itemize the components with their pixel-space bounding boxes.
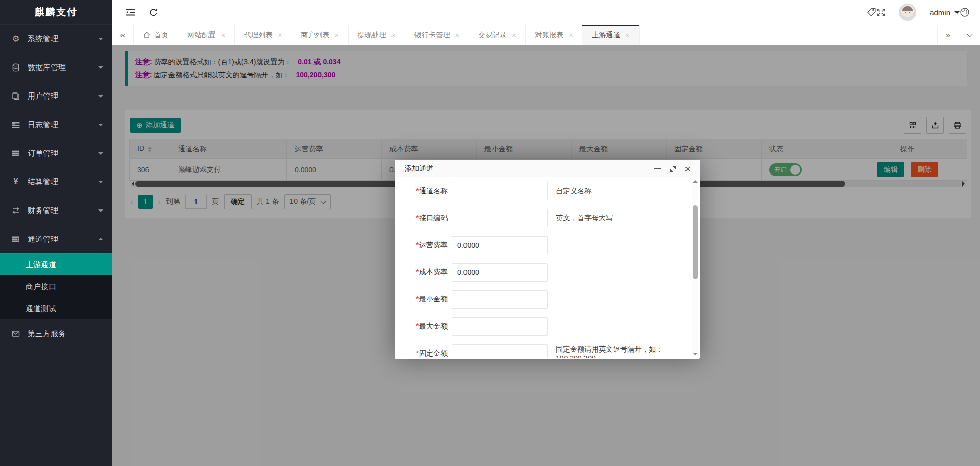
tabs-scroll-right-icon[interactable]: »: [937, 25, 959, 45]
tab-transactions[interactable]: 交易记录 ×: [469, 25, 526, 45]
interface-code-input[interactable]: [452, 209, 548, 227]
required-asterisk: *: [416, 322, 419, 330]
home-icon: [143, 31, 151, 39]
chevron-down-icon: [98, 66, 103, 72]
sidebar-item-label: 数据库管理: [28, 63, 66, 73]
sidebar-item-settlement[interactable]: ¥ 结算管理: [0, 168, 112, 196]
username: admin: [929, 8, 950, 17]
modal-vertical-scrollbar[interactable]: [692, 179, 698, 357]
fixed-amount-input[interactable]: [452, 344, 548, 359]
required-asterisk: *: [416, 295, 419, 303]
tab-home[interactable]: 首页: [134, 25, 178, 45]
chevron-down-icon: [98, 38, 103, 43]
field-label: *通道名称: [395, 187, 448, 196]
modal-title: 添加通道: [405, 164, 433, 173]
sidebar-item-merchant-api[interactable]: 商户接口: [0, 275, 112, 297]
exchange-arrows-icon: [10, 206, 21, 215]
copy-icon: [10, 92, 21, 100]
tag-icon[interactable]: [866, 7, 876, 17]
sidebar-item-logs[interactable]: 日志管理: [0, 110, 112, 139]
field-hint: 自定义名称: [556, 187, 592, 196]
chevron-down-icon: [98, 181, 103, 186]
min-amount-input[interactable]: [452, 290, 548, 309]
tab-agent-list[interactable]: 代理列表 ×: [235, 25, 291, 45]
sidebar-item-users[interactable]: 用户管理: [0, 82, 112, 110]
topbar: admin: [112, 0, 980, 25]
field-hint: 固定金额请用英文逗号隔开，如：100,200,300: [556, 345, 700, 359]
tab-reconciliation[interactable]: 对账报表 ×: [526, 25, 582, 45]
user-menu[interactable]: admin: [929, 8, 960, 17]
sidebar-item-upstream-channel[interactable]: 上游通道: [0, 253, 112, 275]
menu-lines-icon: [10, 149, 21, 157]
app-logo: 麒麟支付: [0, 0, 112, 25]
field-label: *固定金额: [395, 349, 448, 358]
channel-list-icon: [10, 235, 21, 243]
tabs-scroll-left-icon[interactable]: «: [112, 25, 134, 45]
close-icon[interactable]: ×: [278, 31, 282, 39]
sidebar-item-label: 用户管理: [28, 91, 58, 101]
scrollbar-thumb[interactable]: [693, 205, 698, 279]
user-avatar[interactable]: [899, 4, 916, 21]
collapse-sidebar-icon[interactable]: [126, 8, 135, 16]
close-icon[interactable]: ×: [455, 31, 459, 39]
scroll-up-arrow-icon[interactable]: [693, 178, 698, 183]
form-row: *运营费率: [395, 231, 700, 259]
add-channel-modal: 添加通道 × *通道名称 自定义名称 *接口编码 英文，首字母大写 *运营费率 …: [395, 160, 700, 359]
close-icon[interactable]: ×: [625, 31, 629, 39]
sidebar-item-channels[interactable]: 通道管理: [0, 225, 112, 253]
chevron-down-icon: [98, 209, 103, 215]
close-icon[interactable]: ×: [512, 31, 516, 39]
tab-label: 网站配置: [187, 31, 216, 40]
sidebar-item-finance[interactable]: 财务管理: [0, 196, 112, 225]
form-row: *通道名称 自定义名称: [395, 177, 700, 204]
close-icon[interactable]: ×: [684, 164, 691, 174]
tab-label: 对账报表: [535, 31, 564, 40]
tab-label: 上游通道: [592, 31, 620, 40]
tab-site-config[interactable]: 网站配置 ×: [178, 25, 235, 45]
tab-bank-card[interactable]: 银行卡管理 ×: [405, 25, 469, 45]
form-row: *接口编码 英文，首字母大写: [395, 204, 700, 231]
scroll-down-arrow-icon[interactable]: [693, 353, 698, 358]
chevron-down-icon: [98, 124, 103, 129]
field-label: *最大金额: [395, 322, 448, 331]
sidebar-item-label: 通道管理: [28, 235, 58, 244]
op-rate-input[interactable]: [452, 236, 548, 254]
channel-name-input[interactable]: [452, 182, 548, 200]
chevron-down-icon: [98, 152, 103, 157]
maximize-icon[interactable]: [670, 166, 676, 172]
minimize-icon[interactable]: [654, 168, 662, 169]
theme-palette-icon[interactable]: [960, 7, 970, 17]
required-asterisk: *: [416, 241, 419, 249]
max-amount-input[interactable]: [452, 317, 548, 336]
tab-label: 商户列表: [301, 31, 329, 40]
refresh-icon[interactable]: [149, 8, 158, 17]
sidebar-item-label: 系统管理: [28, 34, 58, 44]
sidebar-item-system[interactable]: ⚙ 系统管理: [0, 25, 112, 53]
field-hint: 英文，首字母大写: [556, 214, 613, 223]
tabs-menu-icon[interactable]: [959, 25, 980, 45]
sidebar-item-database[interactable]: 数据库管理: [0, 53, 112, 82]
form-row: *最大金额: [395, 313, 700, 340]
close-icon[interactable]: ×: [391, 31, 396, 39]
sidebar-item-channel-test[interactable]: 通道测试: [0, 297, 112, 319]
tab-merchant-list[interactable]: 商户列表 ×: [291, 25, 348, 45]
database-icon: [10, 63, 21, 72]
modal-body: *通道名称 自定义名称 *接口编码 英文，首字母大写 *运营费率 *成本费率 *…: [395, 177, 700, 358]
tabbar: « 首页 网站配置 × 代理列表 × 商户列表 × 提现处理 × 银行卡管理 ×…: [112, 25, 980, 45]
form-row: *成本费率: [395, 259, 700, 286]
fullscreen-icon[interactable]: [876, 8, 886, 17]
field-label: *接口编码: [395, 214, 448, 223]
required-asterisk: *: [416, 214, 419, 222]
close-icon[interactable]: ×: [569, 31, 573, 39]
cost-rate-input[interactable]: [452, 263, 548, 282]
sidebar-item-orders[interactable]: 订单管理: [0, 139, 112, 168]
close-icon[interactable]: ×: [221, 31, 225, 39]
tab-label: 首页: [154, 31, 168, 40]
tab-withdrawal[interactable]: 提现处理 ×: [349, 25, 405, 45]
sidebar-item-third-party[interactable]: 第三方服务: [0, 319, 112, 348]
channel-submenu: 上游通道 商户接口 通道测试: [0, 253, 112, 319]
sidebar: 麒麟支付 ⚙ 系统管理 数据库管理 用户管理 日志管理 订单管理 ¥ 结算管理: [0, 0, 112, 466]
tab-upstream-channel[interactable]: 上游通道 ×: [582, 25, 639, 45]
close-icon[interactable]: ×: [334, 31, 338, 39]
envelope-icon: [10, 330, 21, 338]
